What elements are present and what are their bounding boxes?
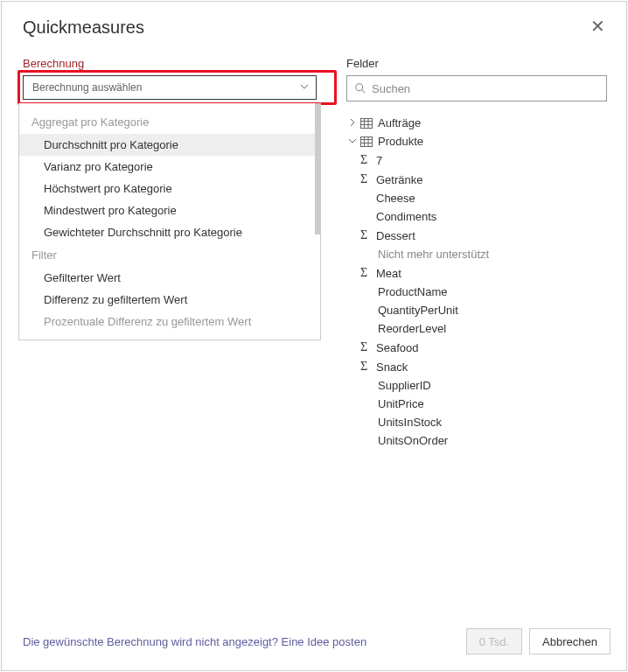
tree-label: UnitPrice [378, 397, 424, 410]
dropdown-item[interactable]: Mindestwert pro Kategorie [19, 200, 320, 221]
sigma-icon: Σ [360, 360, 371, 374]
dropdown-item[interactable]: Gewichteter Durchschnitt pro Kategorie [19, 221, 320, 243]
dropdown-item[interactable]: Durchschnitt pro Kategorie [19, 134, 320, 156]
calculation-dropdown[interactable]: Berechnung auswählen [23, 75, 317, 100]
tree-label: Getränke [376, 173, 422, 186]
tree-label: Meat [376, 267, 401, 280]
tree-label: Cheese [376, 192, 415, 205]
dialog-header: Quickmeasures ✕ [2, 2, 626, 46]
tree-field-row[interactable]: QuantityPerUnit [346, 301, 618, 319]
tree-field-row[interactable]: UnitsOnOrder [346, 431, 618, 450]
sigma-icon: Σ [360, 340, 371, 354]
calculation-pane: Berechnung Berechnung auswählen Aggregat… [23, 46, 327, 614]
chevron-down-icon [300, 82, 309, 93]
tree-field-row[interactable]: UnitPrice [346, 395, 618, 413]
tree-label: 7 [376, 154, 382, 167]
footer-buttons: 0 Tsd. Abbrechen [466, 628, 611, 654]
dropdown-item[interactable]: Höchstwert pro Kategorie [19, 178, 320, 200]
svg-rect-7 [361, 136, 373, 146]
search-placeholder: Suchen [372, 82, 410, 95]
tree-field-row[interactable]: SupplierID [346, 376, 618, 395]
calculation-label: Berechnung [23, 57, 327, 70]
fields-label: Felder [346, 57, 618, 70]
tree-label: UnitsOnOrder [378, 434, 448, 447]
dropdown-group-header: Aggregat pro Kategorie [19, 110, 320, 134]
calculation-dropdown-placeholder: Berechnung auswählen [32, 81, 142, 94]
tree-field-row[interactable]: Σ Meat [346, 263, 618, 283]
tree-label: ProductName [378, 285, 447, 298]
tree-label: SupplierID [378, 379, 431, 392]
tree-table-row[interactable]: Aufträge [346, 114, 618, 132]
search-input[interactable]: Suchen [346, 75, 607, 102]
tree-label: QuantityPerUnit [378, 304, 458, 317]
dialog-footer: Die gewünschte Berechnung wird nicht ang… [2, 614, 626, 670]
highlight-frame: Berechnung auswählen [23, 75, 327, 100]
svg-rect-2 [361, 118, 373, 128]
quickmeasure-dialog: Quickmeasures ✕ Berechnung Berechnung au… [1, 1, 627, 671]
close-icon: ✕ [590, 17, 605, 36]
tree-label: Seafood [376, 341, 418, 354]
chevron-down-icon [346, 136, 359, 148]
sigma-icon: Σ [360, 153, 371, 167]
tree-label: UnitsInStock [378, 416, 442, 429]
footer-link[interactable]: Die gewünschte Berechnung wird nicht ang… [23, 635, 366, 648]
dialog-title: Quickmeasures [23, 18, 144, 38]
tree-label: Aufträge [378, 116, 421, 130]
tree-field-row[interactable]: ReorderLevel [346, 319, 618, 338]
sigma-icon: Σ [360, 172, 371, 186]
tree-field-row[interactable]: Condiments [346, 207, 618, 226]
calculation-dropdown-panel: Aggregat pro Kategorie Durchschnitt pro … [18, 103, 321, 340]
dropdown-item[interactable]: Varianz pro Kategorie [19, 156, 320, 178]
tree-label: Snack [376, 360, 408, 374]
dialog-body: Berechnung Berechnung auswählen Aggregat… [2, 46, 626, 614]
sigma-icon: Σ [360, 266, 371, 280]
cancel-button[interactable]: Abbrechen [529, 628, 611, 654]
fields-pane: Felder Suchen Aufträge [327, 46, 626, 614]
chevron-right-icon [346, 117, 359, 130]
tree-field-row[interactable]: ProductName [346, 283, 618, 301]
tree-label: Condiments [376, 210, 436, 223]
svg-point-0 [356, 84, 363, 91]
tree-label: Dessert [376, 229, 415, 242]
dropdown-item[interactable]: Differenz zu gefiltertem Wert [19, 289, 320, 311]
dropdown-group-header: Filter [19, 243, 320, 267]
dropdown-item[interactable]: Gefilterter Wert [19, 267, 320, 289]
sigma-icon: Σ [360, 228, 371, 242]
tree-field-row[interactable]: Σ 7 [346, 150, 618, 170]
tree-field-row[interactable]: Σ Getränke [346, 170, 618, 189]
svg-line-1 [362, 90, 366, 94]
table-icon [360, 118, 373, 129]
tree-label: ReorderLevel [378, 322, 446, 335]
tree-note-row: Nicht mehr unterstützt [346, 245, 618, 263]
close-button[interactable]: ✕ [590, 18, 605, 35]
dropdown-item[interactable]: Prozentuale Differenz zu gefiltertem Wer… [19, 311, 320, 332]
tree-field-row[interactable]: Σ Snack [346, 357, 618, 376]
scrollbar[interactable] [315, 103, 320, 234]
ok-button: 0 Tsd. [466, 628, 522, 654]
tree-field-row[interactable]: UnitsInStock [346, 413, 618, 431]
table-icon [360, 136, 373, 147]
tree-table-row[interactable]: Produkte [346, 132, 618, 150]
tree-field-row[interactable]: Cheese [346, 189, 618, 207]
tree-field-row[interactable]: Σ Seafood [346, 338, 618, 357]
tree-label: Produkte [378, 135, 423, 148]
search-icon [354, 82, 366, 94]
tree-field-row[interactable]: Σ Dessert [346, 226, 618, 245]
tree-label: Nicht mehr unterstützt [378, 248, 489, 261]
field-tree: Aufträge Produkte Σ 7 Σ [346, 114, 618, 450]
